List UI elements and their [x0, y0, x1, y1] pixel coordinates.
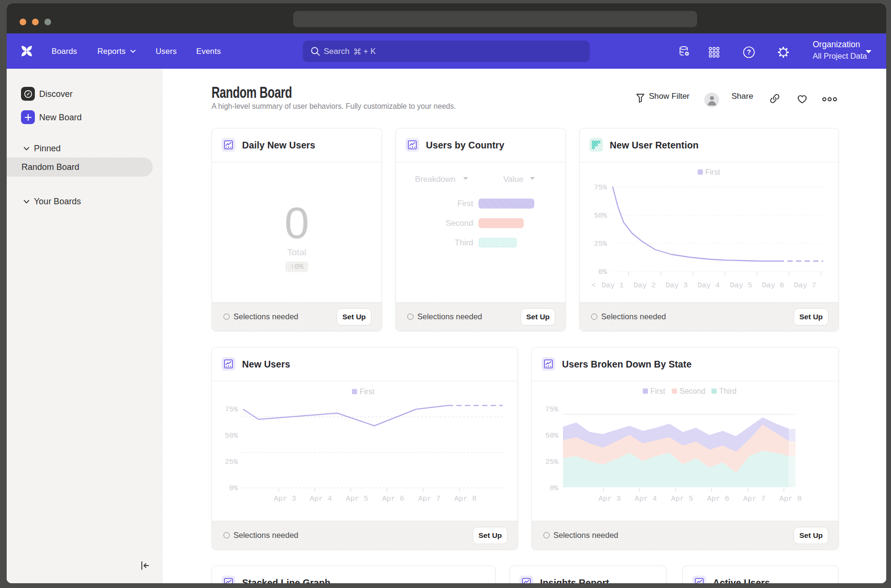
svg-text:Apr 8: Apr 8: [779, 494, 802, 503]
svg-text:Apr 4: Apr 4: [310, 494, 332, 503]
svg-text:Apr 5: Apr 5: [346, 494, 368, 503]
svg-text:0%: 0%: [598, 268, 607, 276]
svg-text:25%: 25%: [594, 240, 607, 248]
svg-text:Apr 6: Apr 6: [707, 494, 730, 503]
svg-text:Day 5: Day 5: [730, 281, 753, 290]
svg-text:0%: 0%: [229, 484, 238, 493]
svg-text:Second: Second: [679, 387, 705, 395]
svg-text:25%: 25%: [545, 458, 559, 466]
svg-text:50%: 50%: [545, 432, 559, 440]
svg-text:50%: 50%: [225, 432, 238, 440]
svg-text:Day 7: Day 7: [794, 281, 817, 290]
svg-text:25%: 25%: [225, 458, 238, 466]
svg-text:0%: 0%: [550, 484, 559, 493]
svg-text:Day 3: Day 3: [666, 281, 688, 290]
svg-text:Third: Third: [719, 387, 736, 395]
svg-text:Apr 8: Apr 8: [454, 494, 477, 503]
svg-text:50%: 50%: [594, 212, 607, 220]
svg-text:<: <: [591, 281, 595, 290]
svg-text:Apr 4: Apr 4: [635, 494, 657, 503]
svg-text:First: First: [650, 387, 666, 395]
svg-text:Day 1: Day 1: [602, 281, 624, 290]
svg-text:75%: 75%: [594, 184, 607, 192]
svg-text:Day 6: Day 6: [762, 281, 785, 290]
svg-text:Apr 3: Apr 3: [599, 494, 621, 503]
svg-text:Day 4: Day 4: [698, 281, 720, 290]
svg-text:75%: 75%: [225, 406, 238, 414]
svg-text:Apr 5: Apr 5: [671, 494, 693, 503]
svg-text:Day 2: Day 2: [634, 281, 656, 290]
svg-text:?: ?: [747, 48, 751, 56]
svg-text:75%: 75%: [545, 406, 559, 414]
svg-text:Apr 6: Apr 6: [382, 494, 404, 503]
svg-text:Apr 3: Apr 3: [274, 494, 297, 503]
svg-text:Apr 7: Apr 7: [743, 494, 766, 503]
svg-text:Apr 7: Apr 7: [418, 494, 441, 503]
svg-text:First: First: [360, 388, 375, 396]
svg-text:First: First: [705, 168, 721, 176]
